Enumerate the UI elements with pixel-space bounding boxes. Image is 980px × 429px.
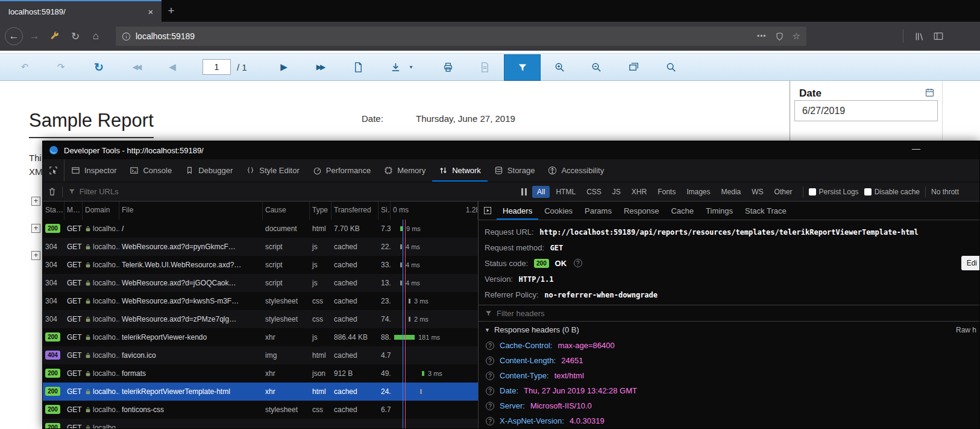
request-row[interactable]: 200GETlocalho…/documenthtml7.70 KB7.39 m… [43, 220, 478, 238]
document-map-button[interactable] [350, 59, 366, 75]
raw-headers-toggle[interactable]: Raw h [956, 326, 976, 334]
request-row[interactable]: 304GETlocalho…WebResource.axd?d=zPMze7ql… [43, 310, 478, 328]
filter-headers-box[interactable] [479, 305, 979, 322]
export-caret-icon[interactable]: ▼ [407, 59, 415, 75]
refresh-report-button[interactable]: ↻ [91, 59, 107, 75]
filter-xhr[interactable]: XHR [627, 186, 652, 198]
back-button[interactable]: ← [5, 27, 23, 45]
column-type[interactable]: Type [310, 202, 331, 220]
request-row[interactable]: 200GETlocalho…telerikReportViewer-kendox… [43, 328, 478, 346]
filter-urls-input[interactable] [80, 187, 516, 196]
section-expander-icon[interactable]: ▼ [485, 327, 490, 333]
library-icon[interactable] [914, 31, 925, 42]
tree-expander[interactable]: + [31, 224, 40, 233]
forward-button[interactable]: → [25, 27, 43, 45]
tree-expander[interactable]: + [31, 197, 40, 206]
response-header-row[interactable]: ?Server:Microsoft-IIS/10.0 [479, 398, 979, 413]
page-number-input[interactable] [203, 59, 231, 75]
response-header-row[interactable]: ?Content-Length:24651 [479, 353, 979, 368]
devtools-titlebar[interactable]: Developer Tools - http://localhost:59189… [43, 141, 979, 159]
response-header-row[interactable]: ?Cache-Control:max-age=86400 [479, 338, 979, 353]
devtools-tab-storage[interactable]: Storage [488, 159, 542, 182]
filter-all[interactable]: All [532, 186, 550, 198]
request-row[interactable]: 200GETlocalho… [43, 419, 478, 428]
filter-fonts[interactable]: Fonts [653, 186, 680, 198]
url-bar[interactable]: ••• ☆ [116, 27, 806, 46]
details-tab-cache[interactable]: Cache [665, 202, 700, 220]
disable-cache-label[interactable]: Disable cache [875, 188, 920, 196]
expand-panel-icon[interactable] [479, 202, 497, 220]
home-button[interactable]: ⌂ [87, 27, 105, 45]
header-help-icon[interactable]: ? [486, 417, 494, 425]
zoom-out-button[interactable] [588, 59, 604, 75]
devtools-tab-network[interactable]: Network [432, 159, 488, 182]
browser-tab[interactable]: localhost:59189/ × [0, 0, 162, 22]
calendar-icon[interactable] [925, 87, 935, 98]
devtools-tab-console[interactable]: Console [123, 159, 178, 182]
column-size[interactable]: Si… [378, 202, 391, 220]
page-actions-icon[interactable]: ••• [757, 32, 767, 40]
disable-cache-checkbox[interactable] [864, 188, 872, 195]
nav-back-button[interactable]: ↶ [17, 59, 33, 75]
edit-resend-button[interactable]: Edi [961, 256, 979, 270]
response-header-row[interactable]: ?Date:Thu, 27 Jun 2019 13:42:28 GMT [479, 383, 979, 398]
reload-button[interactable]: ↻ [66, 27, 84, 45]
status-help-icon[interactable]: ? [574, 259, 582, 267]
request-row[interactable]: 200GETlocalho…fonticons-cssstylesheetcss… [43, 401, 478, 419]
zoom-in-button[interactable] [551, 59, 567, 75]
request-row[interactable]: 304GETlocalho…WebResource.axd?d=jGOQCaok… [43, 274, 478, 292]
date-parameter-input[interactable] [794, 100, 938, 121]
filter-other[interactable]: Other [770, 186, 797, 198]
column-domain[interactable]: Domain [83, 202, 119, 220]
devtools-tab-debugger[interactable]: Debugger [178, 159, 239, 182]
details-tab-params[interactable]: Params [579, 202, 618, 220]
header-help-icon[interactable]: ? [486, 357, 494, 365]
site-info-icon[interactable] [122, 32, 131, 41]
header-help-icon[interactable]: ? [486, 387, 494, 395]
column-timeline[interactable]: 0 ms 1.28 [391, 202, 478, 220]
clear-requests-icon[interactable] [48, 187, 57, 196]
request-row[interactable]: 200GETlocalho…formatsxhrjson912 B49.3 ms [43, 364, 478, 383]
export-button[interactable] [388, 59, 403, 75]
minimize-icon[interactable]: — [912, 144, 920, 153]
header-help-icon[interactable]: ? [486, 402, 494, 410]
details-tab-cookies[interactable]: Cookies [538, 202, 579, 220]
new-tab-button[interactable]: + [162, 0, 181, 22]
bookmark-star-icon[interactable]: ☆ [793, 31, 800, 42]
url-input[interactable] [136, 31, 757, 41]
devtools-tab-accessibility[interactable]: Accessibility [541, 159, 611, 182]
details-tab-stack-trace[interactable]: Stack Trace [739, 202, 793, 220]
pause-traffic-icon[interactable] [521, 188, 527, 195]
filter-urls-box[interactable] [68, 187, 516, 196]
devtools-tab-inspector[interactable]: Inspector [64, 159, 123, 182]
nav-forward-button[interactable]: ↷ [53, 59, 69, 75]
persist-logs-label[interactable]: Persist Logs [819, 188, 859, 196]
filter-css[interactable]: CSS [582, 186, 606, 198]
request-row[interactable]: 304GETlocalho…WebResource.axd?d=kwshS-m3… [43, 292, 478, 310]
wrench-icon[interactable] [46, 27, 64, 45]
header-help-icon[interactable]: ? [486, 342, 494, 350]
tree-expander[interactable]: + [31, 251, 40, 260]
filter-media[interactable]: Media [717, 186, 746, 198]
filter-images[interactable]: Images [682, 186, 715, 198]
persist-logs-checkbox[interactable] [809, 188, 816, 195]
pick-element-icon[interactable] [43, 159, 64, 182]
shield-icon[interactable] [775, 32, 784, 41]
column-method[interactable]: M… [64, 202, 83, 220]
throttling-select[interactable]: No thrott [931, 188, 975, 196]
filter-html[interactable]: HTML [551, 186, 580, 198]
response-header-row[interactable]: ?X-AspNet-Version:4.0.30319 [479, 413, 979, 428]
column-cause[interactable]: Cause [263, 202, 310, 220]
request-row[interactable]: 404GETlocalho…favicon.icoimghtmlcached4.… [43, 346, 478, 364]
search-button[interactable] [663, 59, 679, 75]
details-tab-timings[interactable]: Timings [700, 202, 739, 220]
next-page-button[interactable]: ▶ [276, 59, 292, 75]
first-page-button[interactable]: ◀◀ [126, 59, 146, 75]
request-row[interactable]: 200GETlocalho…telerikReportViewerTemplat… [43, 383, 478, 401]
response-headers-section[interactable]: ▼ Response headers (0 B) Raw h [479, 322, 979, 338]
column-file[interactable]: File [119, 202, 263, 220]
sidebar-toggle-icon[interactable] [933, 31, 944, 42]
request-row[interactable]: 304GETlocalho…WebResource.axd?d=pynGkmcF… [43, 238, 478, 256]
column-transferred[interactable]: Transferred [331, 202, 378, 220]
tab-close-icon[interactable]: × [145, 7, 157, 17]
